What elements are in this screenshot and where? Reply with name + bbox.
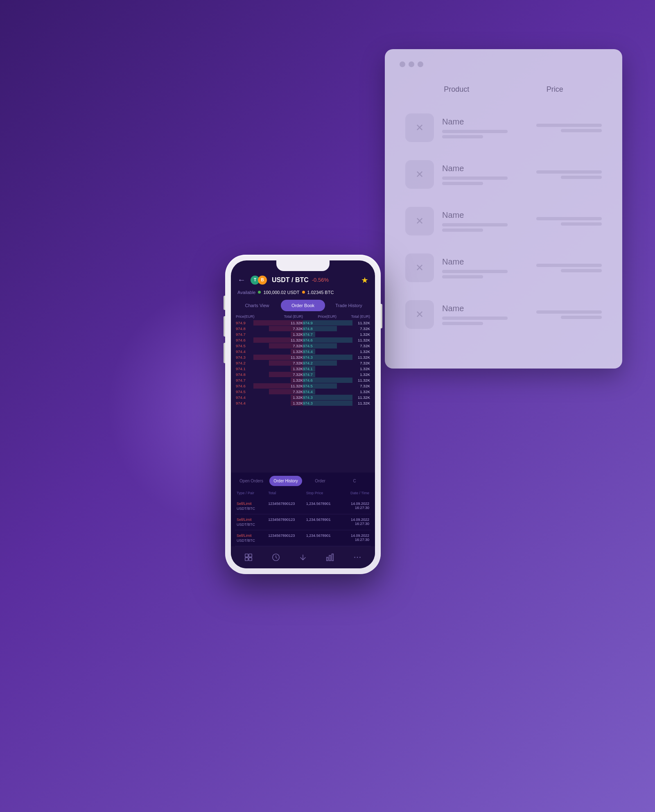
history-type: Sell/Limit (237, 518, 268, 522)
ob-row: 974.5 7.32K 974.5 7.32K (234, 343, 372, 348)
browser-row-info: Name (442, 304, 528, 325)
history-row: Sell/Limit USDT/BTC 1234567890123 1,234.… (235, 514, 371, 530)
favorite-star-icon[interactable]: ★ (361, 275, 368, 285)
ob-headers: Price(EUR) Total (EUR) Price(EUR) Total … (234, 314, 372, 319)
svg-point-9 (354, 556, 355, 558)
tab-order-history[interactable]: Order History (269, 476, 302, 486)
ob-left-total: 7.32K (269, 344, 303, 348)
ob-left-total: 1.32K (269, 401, 303, 405)
nav-history-icon[interactable] (271, 553, 280, 562)
browser-row-name: Name (442, 164, 528, 173)
ob-left-total: 1.32K (269, 378, 303, 382)
ob-left-price: 974.4 (236, 349, 269, 354)
back-button[interactable]: ← (237, 275, 246, 285)
ob-right-total: 11.32K (337, 401, 370, 405)
nav-trade-icon[interactable] (298, 553, 307, 562)
ob-right-total: 1.32K (337, 372, 370, 377)
history-pair: USDT/BTC (237, 538, 268, 543)
pair-name: USDT / BTC (272, 276, 309, 284)
ob-right-price: 974.3 (303, 395, 337, 400)
svg-rect-0 (245, 554, 248, 556)
tab-open-orders[interactable]: Open Orders (235, 476, 268, 486)
history-datetime: 14.09.2022 16:27:30 (338, 518, 369, 526)
ob-right-total: 7.32K (337, 361, 370, 365)
browser-price-line (561, 222, 602, 226)
history-row: Sell/Limit USDT/BTC 1234567890123 1,234.… (235, 498, 371, 514)
nav-more-icon[interactable] (353, 553, 362, 562)
tab-order-book[interactable]: Order Book (281, 300, 325, 311)
browser-thumb: ✕ (405, 113, 434, 142)
ob-left-total: 1.32K (269, 366, 303, 371)
ob-right-total: 11.32K (337, 395, 370, 400)
ob-right-price: 974.8 (303, 326, 337, 331)
ob-right-total: 7.32K (337, 344, 370, 348)
svg-point-10 (357, 556, 358, 558)
ob-left-price: 974.5 (236, 389, 269, 394)
history-row: Sell/Limit USDT/BTC 1234567890123 1,234.… (235, 530, 371, 546)
ob-left-total: 11.32K (269, 338, 303, 342)
browser-row-info: Name (442, 164, 528, 185)
ob-right-price: 974.4 (303, 349, 337, 354)
history-time: 16:27:30 (338, 538, 369, 542)
ob-right-price: 974.5 (303, 384, 337, 388)
browser-line (442, 130, 508, 133)
browser-line (442, 270, 508, 273)
ob-right-total: 11.32K (337, 338, 370, 342)
ob-right-price: 974.6 (303, 378, 337, 382)
history-stop: 1,234.5678901 (306, 518, 338, 522)
history-col-stop: Stop Price (306, 491, 338, 495)
history-header: Type / Pair Total Stop Price Date / Time (235, 489, 371, 497)
browser-price (536, 264, 602, 272)
browser-line (442, 317, 508, 320)
history-time: 16:27:30 (338, 506, 369, 510)
ob-left-total: 7.32K (269, 372, 303, 377)
ob-row: 974.3 11.32K 974.3 11.32K (234, 355, 372, 360)
ob-right-price: 974.2 (303, 361, 337, 365)
tab-order[interactable]: Order (304, 476, 337, 486)
ob-right-price: 974.1 (303, 366, 337, 371)
browser-price-line (536, 170, 602, 174)
history-col-type: Type / Pair (237, 491, 268, 495)
ob-row: 974.4 1.32K 974.3 11.32K (234, 395, 372, 400)
browser-price-line (536, 264, 602, 267)
ob-row: 974.8 7.32K 974.8 7.32K (234, 326, 372, 331)
history-stop: 1,234.5678901 (306, 502, 338, 506)
ob-left-total: 1.32K (269, 349, 303, 354)
ob-left-total: 1.32K (269, 395, 303, 400)
browser-price-line (536, 217, 602, 220)
browser-price-line (561, 316, 602, 319)
history-type-pair: Sell/Limit USDT/BTC (237, 534, 268, 543)
nav-chart-icon[interactable] (325, 553, 334, 562)
tab-charts-view[interactable]: Charts View (235, 300, 279, 311)
browser-price-line (536, 124, 602, 127)
browser-table-header: Product Price (405, 85, 602, 99)
usdt-dot-icon (258, 291, 261, 294)
tab-trade-history[interactable]: Trade History (327, 300, 371, 311)
browser-content: Product Price ✕ Name ✕ (393, 81, 614, 346)
browser-row-info: Name (442, 210, 528, 232)
browser-row: ✕ Name (405, 155, 602, 194)
nav-portfolio-icon[interactable] (244, 553, 253, 562)
browser-thumb-icon: ✕ (416, 169, 424, 180)
ob-row: 974.6 11.32K 974.6 11.32K (234, 337, 372, 343)
browser-titlebar (393, 57, 614, 71)
browser-line (442, 182, 483, 185)
ob-left-total: 1.32K (269, 332, 303, 337)
ob-row: 974.1 1.32K 974.1 1.32K (234, 366, 372, 371)
svg-rect-1 (249, 554, 252, 556)
btc-icon: B (258, 276, 267, 285)
browser-price-line (561, 176, 602, 179)
history-datetime: 14.09.2022 16:27:30 (338, 534, 369, 542)
browser-thumb: ✕ (405, 253, 434, 282)
ob-left-price: 974.8 (236, 372, 269, 377)
ob-header-2: Price(EUR) (303, 314, 337, 319)
btc-amount: 1.02345 BTC (307, 290, 334, 295)
tab-cancel[interactable]: C (338, 476, 371, 486)
browser-thumb: ✕ (405, 160, 434, 189)
ob-rows: 974.9 11.32K 974.9 11.32K 974.8 7.32K 97… (234, 320, 372, 406)
ob-left-price: 974.8 (236, 326, 269, 331)
ob-left-price: 974.6 (236, 384, 269, 388)
browser-price (536, 217, 602, 226)
svg-rect-8 (332, 554, 334, 561)
phone-volume-up-button (224, 316, 225, 337)
